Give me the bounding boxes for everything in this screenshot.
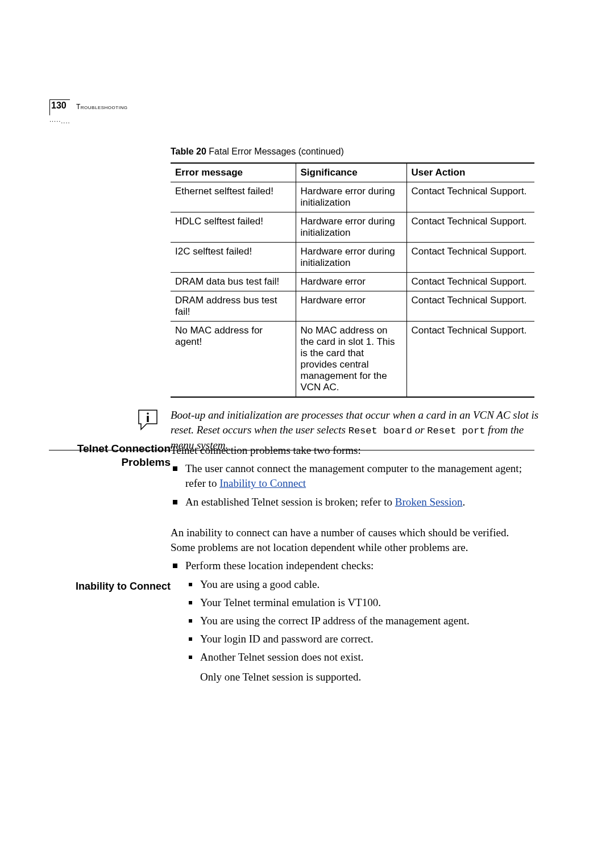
link-inability[interactable]: Inability to Connect xyxy=(219,477,306,489)
checks-tail: Only one Telnet session is supported. xyxy=(200,670,534,685)
table-row: No MAC address for agent! No MAC address… xyxy=(171,322,534,398)
table-row: Ethernet selftest failed! Hardware error… xyxy=(171,182,534,212)
link-broken-session[interactable]: Broken Session xyxy=(395,496,463,508)
fatal-error-table: Error message Significance User Action E… xyxy=(171,162,534,398)
th-action: User Action xyxy=(406,163,534,182)
table-header-row: Error message Significance User Action xyxy=(171,163,534,182)
section-heading-telnet: Telnet Connection Problems xyxy=(0,442,186,469)
table-caption: Table 20 Fatal Error Messages (continued… xyxy=(171,147,546,157)
list-item: You are using the correct IP address of … xyxy=(185,614,534,628)
list-item: Another Telnet session does not exist. O… xyxy=(185,650,534,684)
table-row: HDLC selftest failed! Hardware error dur… xyxy=(171,212,534,243)
table-row: DRAM address bus test fail! Hardware err… xyxy=(171,291,534,322)
info-icon xyxy=(136,408,159,433)
table-row: I2C selftest failed! Hardware error duri… xyxy=(171,243,534,273)
subsection-heading-inability: Inability to Connect xyxy=(0,581,186,592)
th-significance: Significance xyxy=(296,163,406,182)
list-item: An established Telnet session is broken;… xyxy=(171,495,534,510)
th-error: Error message xyxy=(171,163,296,182)
list-item: Your Telnet terminal emulation is VT100. xyxy=(185,595,534,610)
svg-point-1 xyxy=(147,412,149,415)
svg-rect-2 xyxy=(147,416,148,422)
list-item: Perform these location independent check… xyxy=(171,558,534,685)
list-item: Your login ID and password are correct. xyxy=(185,632,534,646)
list-item: The user cannot connect the management c… xyxy=(171,461,534,491)
table-row: DRAM data bus test fail! Hardware error … xyxy=(171,273,534,291)
telnet-intro: Telnet connection problems take two form… xyxy=(171,443,534,458)
inability-intro: An inability to connect can have a numbe… xyxy=(171,525,534,555)
list-item: You are using a good cable. xyxy=(185,577,534,592)
